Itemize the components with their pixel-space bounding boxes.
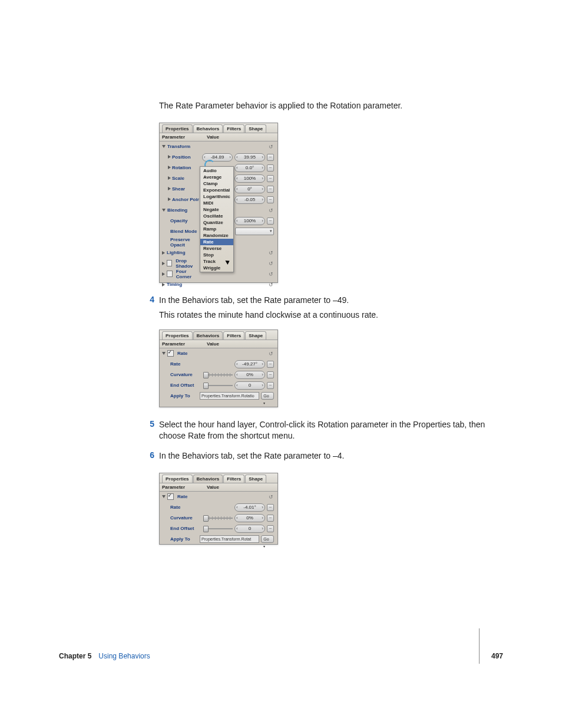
tab-behaviors[interactable]: Behaviors	[193, 331, 223, 340]
scale-stepper[interactable]: 100%	[234, 174, 265, 183]
reset-button[interactable]: ↺	[268, 271, 274, 277]
group-transform: Transform	[167, 144, 190, 149]
curvature-slider[interactable]	[203, 515, 233, 521]
disclosure-icon[interactable]	[162, 352, 166, 355]
menu-button[interactable]: –	[267, 154, 274, 161]
menu-item-negate[interactable]: Negate	[200, 206, 233, 213]
go-button[interactable]: Go	[261, 392, 274, 400]
column-header: Parameter Value	[160, 340, 277, 348]
reset-button[interactable]: ↺	[268, 207, 274, 213]
end-offset-slider[interactable]	[203, 526, 233, 532]
disclosure-icon[interactable]	[162, 495, 166, 498]
menu-item-logarithmic[interactable]: Logarithmic	[200, 193, 233, 200]
menu-item-wriggle[interactable]: Wriggle	[200, 265, 233, 271]
reset-button[interactable]: ↺	[268, 282, 274, 288]
tab-filters[interactable]: Filters	[223, 331, 244, 340]
apply-to-field[interactable]: Properties.Transform.Rotatio	[200, 392, 259, 400]
tab-properties[interactable]: Properties	[162, 475, 193, 483]
tab-shape[interactable]: Shape	[245, 124, 266, 133]
rate-checkbox[interactable]	[167, 350, 174, 357]
menu-item-oscillate[interactable]: Oscillate	[200, 213, 233, 219]
opacity-stepper[interactable]: 100%	[234, 217, 265, 225]
anchor-stepper[interactable]: -0.05	[234, 196, 265, 204]
reset-button[interactable]: ↺	[268, 250, 274, 256]
document-page: The Rate Parameter behavior is applied t…	[0, 0, 562, 696]
curvature-slider[interactable]	[203, 372, 233, 378]
tab-shape[interactable]: Shape	[245, 475, 266, 483]
apply-to-label: Apply To	[170, 393, 190, 398]
content-column: The Rate Parameter behavior is applied t…	[159, 100, 503, 545]
tab-filters[interactable]: Filters	[223, 475, 244, 483]
position-y-stepper[interactable]: 39.95	[234, 153, 265, 162]
step-number: 4	[144, 295, 154, 304]
rotation-label: Rotation	[172, 165, 191, 170]
drop-shadow-checkbox[interactable]	[167, 260, 172, 266]
menu-item-clamp[interactable]: Clamp	[200, 180, 233, 187]
rotation-stepper[interactable]: 0.0°	[234, 164, 265, 172]
menu-button[interactable]: –	[267, 382, 274, 389]
go-button[interactable]: Go	[261, 535, 274, 543]
rate-stepper[interactable]: -4.01°	[234, 503, 265, 512]
apply-to-field[interactable]: Properties.Transform.Rotat	[200, 535, 259, 543]
disclosure-icon[interactable]	[168, 166, 171, 169]
menu-button[interactable]: –	[267, 515, 274, 522]
disclosure-icon[interactable]	[162, 209, 166, 212]
menu-button[interactable]: –	[267, 175, 274, 182]
column-header: Parameter Value	[160, 483, 277, 492]
menu-item-rate[interactable]: Rate	[200, 239, 233, 245]
menu-item-ramp[interactable]: Ramp	[200, 226, 233, 232]
tab-behaviors[interactable]: Behaviors	[193, 124, 223, 133]
group-rate: Rate	[177, 351, 187, 356]
tab-properties[interactable]: Properties	[162, 124, 193, 133]
disclosure-icon[interactable]	[168, 187, 171, 190]
menu-button[interactable]: –	[267, 371, 274, 378]
end-offset-slider[interactable]	[203, 383, 233, 388]
menu-item-average[interactable]: Average	[200, 174, 233, 180]
menu-item-stop[interactable]: Stop	[200, 252, 233, 258]
menu-item-exponential[interactable]: Exponential	[200, 187, 233, 193]
menu-button[interactable]: –	[267, 504, 274, 511]
disclosure-icon[interactable]	[162, 145, 166, 148]
menu-item-reverse[interactable]: Reverse	[200, 245, 233, 252]
menu-item-quantize[interactable]: Quantize	[200, 219, 233, 226]
tab-filters[interactable]: Filters	[223, 124, 244, 133]
rate-stepper[interactable]: -49.27°	[234, 360, 265, 368]
disclosure-icon[interactable]	[168, 176, 171, 180]
curvature-stepper[interactable]: 0%	[234, 371, 265, 379]
reset-button[interactable]: ↺	[268, 351, 274, 357]
menu-button[interactable]: –	[267, 164, 274, 172]
menu-item-randomize[interactable]: Randomize	[200, 232, 233, 239]
end-offset-stepper[interactable]: 0	[234, 525, 265, 533]
footer-divider	[479, 628, 480, 664]
blend-mode-select[interactable]	[235, 228, 274, 235]
shear-stepper[interactable]: 0°	[234, 185, 265, 193]
apply-to-label: Apply To	[170, 536, 190, 542]
tab-behaviors[interactable]: Behaviors	[193, 475, 223, 483]
disclosure-icon[interactable]	[168, 197, 171, 201]
property-body: Transform ↺ Position -84.89 39.95 – Rota…	[160, 141, 277, 290]
reset-button[interactable]: ↺	[268, 494, 274, 500]
disclosure-icon[interactable]	[162, 262, 165, 265]
tab-shape[interactable]: Shape	[245, 331, 266, 340]
disclosure-icon[interactable]	[162, 283, 165, 286]
rate-checkbox[interactable]	[167, 493, 174, 500]
disclosure-icon[interactable]	[162, 272, 165, 276]
tab-properties[interactable]: Properties	[162, 331, 193, 340]
disclosure-icon[interactable]	[162, 251, 165, 255]
menu-button[interactable]: –	[267, 186, 274, 193]
reset-button[interactable]: ↺	[268, 144, 274, 150]
end-offset-stepper[interactable]: 0	[234, 381, 265, 390]
menu-button[interactable]: –	[267, 361, 274, 368]
menu-button[interactable]: –	[267, 525, 274, 532]
disclosure-icon[interactable]	[168, 155, 171, 159]
step-text: Select the hour hand layer, Control-clic…	[159, 419, 503, 442]
curvature-stepper[interactable]: 0%	[234, 514, 265, 522]
menu-item-midi[interactable]: MIDI	[200, 200, 233, 206]
menu-button[interactable]: –	[267, 218, 274, 225]
four-corner-checkbox[interactable]	[167, 271, 173, 277]
menu-button[interactable]: –	[267, 196, 274, 203]
rate-label: Rate	[170, 361, 180, 367]
reset-button[interactable]: ↺	[268, 261, 274, 266]
menu-item-audio[interactable]: Audio	[200, 167, 233, 174]
col-value: Value	[204, 133, 277, 141]
